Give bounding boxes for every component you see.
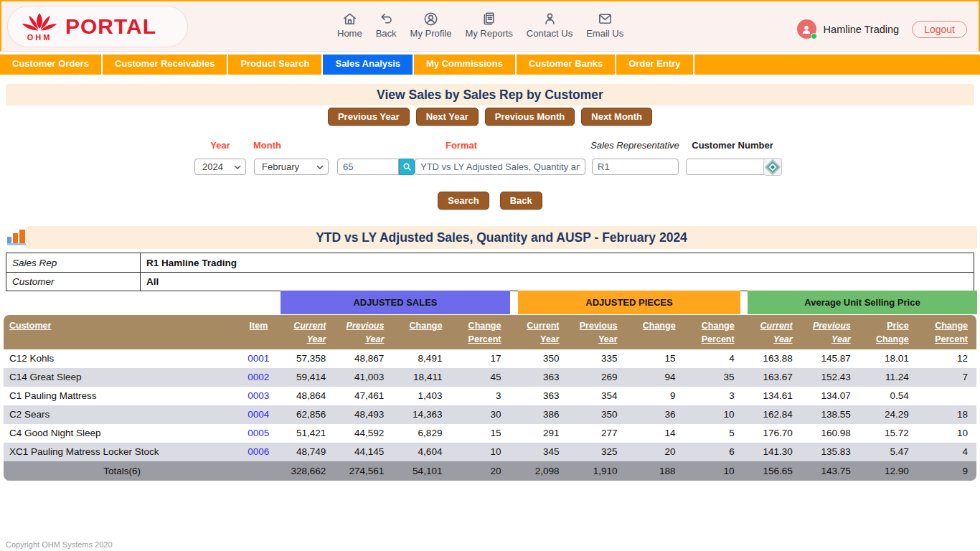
- value-cell: 11.24: [859, 368, 918, 387]
- value-cell: 10: [918, 424, 976, 443]
- nav-label: Home: [337, 28, 362, 39]
- value-cell: 363: [509, 368, 567, 387]
- tab-customer-receivables[interactable]: Customer Receivables: [103, 55, 228, 75]
- month-label: Month: [253, 140, 281, 151]
- item-link[interactable]: 0004: [248, 409, 269, 420]
- nav-contact-us[interactable]: Contact Us: [527, 11, 573, 39]
- customer-lookup-button[interactable]: [763, 158, 782, 176]
- logo-mark: OHM: [21, 11, 58, 42]
- totals-value-cell: 328,662: [276, 461, 334, 481]
- value-cell: 17: [451, 349, 509, 368]
- value-cell: 57,358: [276, 349, 334, 368]
- item-link[interactable]: 0001: [248, 353, 269, 364]
- sales-rep-label: Sales Representative: [581, 140, 689, 151]
- value-cell: 277: [568, 424, 626, 443]
- report-table-wrap: CustomerItemCurrent YearPrevious YearCha…: [4, 315, 976, 481]
- tab-product-search[interactable]: Product Search: [228, 55, 323, 75]
- item-link[interactable]: 0003: [248, 390, 269, 401]
- tab-my-commissions[interactable]: My Commissions: [414, 55, 517, 75]
- value-cell: 18: [918, 405, 976, 424]
- value-cell: 160.98: [801, 424, 859, 443]
- search-button[interactable]: Search: [438, 192, 489, 209]
- logo-brand: OHM: [27, 34, 52, 42]
- nav-label: Email Us: [586, 28, 623, 39]
- page-title-band: View Sales by Sales Rep by Customer: [6, 84, 974, 105]
- column-header[interactable]: Current Year: [276, 315, 334, 349]
- tab-customer-banks[interactable]: Customer Banks: [517, 55, 616, 75]
- format-search-button[interactable]: [399, 159, 415, 175]
- item-cell: 0002: [240, 368, 276, 387]
- previous-month-button[interactable]: Previous Month: [485, 108, 575, 126]
- format-description-input[interactable]: [415, 159, 585, 175]
- avatar: [797, 19, 816, 39]
- value-cell: 10: [684, 405, 743, 424]
- item-link[interactable]: 0002: [248, 372, 269, 382]
- format-code-input[interactable]: [337, 159, 399, 175]
- value-cell: 4,604: [392, 443, 451, 461]
- value-cell: 24.29: [859, 405, 918, 424]
- value-cell: 135.83: [801, 443, 859, 461]
- tab-customer-orders[interactable]: Customer Orders: [0, 55, 103, 75]
- chart-icon[interactable]: [7, 228, 26, 245]
- totals-value-cell: 1,910: [568, 461, 626, 481]
- tab-order-entry[interactable]: Order Entry: [616, 55, 694, 75]
- value-cell: 14,363: [392, 405, 451, 424]
- report-title-band: YTD vs LY Adjusted Sales, Quantity and A…: [26, 226, 977, 249]
- column-header[interactable]: Change: [626, 315, 684, 349]
- column-header[interactable]: Price Change: [859, 315, 918, 349]
- diamond-icon: [767, 161, 779, 173]
- column-header[interactable]: Change Percent: [918, 315, 976, 349]
- column-header[interactable]: Previous Year: [801, 315, 859, 349]
- column-header[interactable]: Current Year: [743, 315, 801, 349]
- table-row: C1 Pauling Mattress000348,86447,4611,403…: [4, 387, 976, 405]
- value-cell: 163.88: [743, 349, 801, 368]
- tab-sales-analysis[interactable]: Sales Analysis: [323, 55, 414, 75]
- next-year-button[interactable]: Next Year: [416, 108, 479, 126]
- column-header[interactable]: Change Percent: [451, 315, 509, 349]
- previous-year-button[interactable]: Previous Year: [328, 108, 410, 126]
- month-select[interactable]: February: [254, 159, 329, 175]
- customer-cell: C1 Pauling Mattress: [4, 387, 240, 405]
- value-cell: 363: [509, 387, 567, 405]
- nav-email-us[interactable]: Email Us: [586, 11, 623, 39]
- customer-cell: XC1 Pauling Matress Locker Stock: [4, 443, 240, 461]
- item-link[interactable]: 0005: [248, 428, 269, 438]
- value-cell: 30: [451, 405, 509, 424]
- nav-my-reports[interactable]: My Reports: [465, 11, 512, 39]
- group-headers: ADJUSTED SALESADJUSTED PIECESAverage Uni…: [0, 291, 980, 314]
- totals-value-cell: 20: [451, 461, 509, 481]
- column-header[interactable]: Current Year: [509, 315, 567, 349]
- table-row: C12 Kohls000157,35848,8678,4911735033515…: [4, 349, 976, 368]
- action-buttons: Search Back: [0, 192, 980, 209]
- table-header-row: CustomerItemCurrent YearPrevious YearCha…: [4, 315, 976, 349]
- value-cell: 1,403: [392, 387, 451, 405]
- value-cell: 3: [451, 387, 509, 405]
- user-name: Hamline Trading: [824, 24, 900, 35]
- year-select[interactable]: 2024: [194, 159, 246, 175]
- sales-rep-input[interactable]: [592, 159, 679, 175]
- nav-home[interactable]: Home: [337, 11, 362, 39]
- nav-back[interactable]: Back: [376, 11, 397, 39]
- column-header[interactable]: Change: [392, 315, 451, 349]
- logo[interactable]: OHM PORTAL: [7, 6, 188, 47]
- value-cell: 269: [568, 368, 626, 387]
- column-header[interactable]: Previous Year: [334, 315, 392, 349]
- value-cell: [918, 387, 976, 405]
- value-cell: 14: [626, 424, 684, 443]
- column-header[interactable]: Customer: [4, 315, 240, 349]
- next-month-button[interactable]: Next Month: [581, 108, 652, 126]
- back-icon: [378, 11, 395, 27]
- logout-button[interactable]: Logout: [912, 21, 967, 38]
- value-cell: 6,829: [392, 424, 451, 443]
- search-icon: [402, 162, 412, 171]
- item-cell: 0005: [240, 424, 276, 443]
- column-header[interactable]: Change Percent: [684, 315, 743, 349]
- user-area: Hamline Trading Logout: [797, 19, 967, 39]
- table-row: C2 Sears000462,85648,49314,3633038635036…: [4, 405, 976, 424]
- column-header[interactable]: Item: [240, 315, 276, 349]
- nav-my-profile[interactable]: My Profile: [410, 11, 452, 39]
- contact-icon: [542, 11, 558, 27]
- column-header[interactable]: Previous Year: [568, 315, 626, 349]
- item-link[interactable]: 0006: [248, 446, 269, 457]
- back-button[interactable]: Back: [500, 192, 542, 209]
